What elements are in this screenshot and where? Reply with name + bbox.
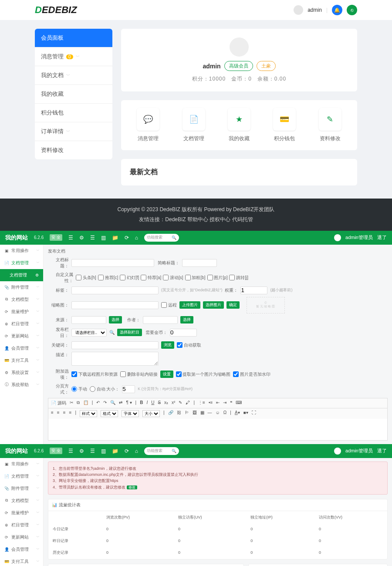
underline-icon[interactable]: U <box>151 400 154 406</box>
keyword-input[interactable] <box>71 341 159 349</box>
folder-icon[interactable]: 📁 <box>112 235 118 241</box>
sidebar-item[interactable]: ▣常用操作﹀ <box>0 458 43 470</box>
special-icon[interactable]: Ω <box>223 410 226 417</box>
list-icon[interactable]: ☰ <box>90 235 95 241</box>
logout-icon[interactable]: ⎋ <box>347 5 357 15</box>
sidebar-item[interactable]: ⟳更新网站﹀ <box>0 330 43 342</box>
admin-username[interactable]: admin管理员 <box>345 234 373 241</box>
ul-icon[interactable]: •≡ <box>209 400 213 406</box>
chart-icon[interactable]: ▥ <box>101 448 106 454</box>
home-icon[interactable]: ⌂ <box>135 235 138 241</box>
logout-link[interactable]: 退了 <box>377 448 387 454</box>
code-icon[interactable]: ⌨ <box>236 400 242 406</box>
ol-icon[interactable]: ⋮≡ <box>198 400 205 406</box>
style-select[interactable]: 样式 <box>80 410 97 417</box>
sidebar-item[interactable]: ⧉文档模型﹀ <box>0 293 43 306</box>
site-name[interactable]: 我的网站 <box>5 447 28 455</box>
desc-textarea[interactable] <box>71 352 159 366</box>
sidebar-item[interactable]: 📎附件管理﹀ <box>0 482 43 495</box>
gear-icon[interactable]: ⚙ <box>79 235 84 241</box>
outdent-icon[interactable]: ⇤ <box>216 400 220 406</box>
list-icon[interactable]: ☰ <box>90 448 95 454</box>
gold-input[interactable] <box>170 329 197 337</box>
bell-icon[interactable]: 🔔 <box>332 5 342 15</box>
italic-icon[interactable]: I <box>146 400 148 406</box>
size-select[interactable]: 大小 <box>142 410 160 417</box>
tile-profile[interactable]: ✎资料修改 <box>311 108 349 142</box>
search-input[interactable]: 功能搜索🔍 <box>144 234 179 242</box>
refresh-icon[interactable]: ⟳ <box>125 448 129 454</box>
author-input[interactable] <box>143 316 178 324</box>
folder-icon[interactable]: 📁 <box>112 448 118 454</box>
tag-input[interactable] <box>71 286 159 294</box>
sidebar-item[interactable]: ⊕栏目管理﹀ <box>0 318 43 330</box>
pick-image-button[interactable]: 选择图片 <box>203 301 224 309</box>
upload-button[interactable]: 上传图片 <box>179 301 200 309</box>
smiley-icon[interactable]: ☺ <box>216 410 220 417</box>
maximize-icon[interactable]: ⛶ <box>252 410 256 417</box>
format-select[interactable]: 格式 <box>101 410 118 417</box>
editor-toolbar[interactable]: 📄 源码 ✂⧉📋 | ↶↷ 🔍⇄ ¶ ▾ | BIUS x₂x² ✎🖍 | ⋮≡… <box>48 398 388 408</box>
link-icon[interactable]: 🔗 <box>168 410 173 417</box>
sidebar-item[interactable]: ⟳更新网站﹀ <box>0 531 43 543</box>
hr-icon[interactable]: — <box>208 410 212 417</box>
sidebar-item[interactable]: 📄文档管理﹀ <box>0 470 43 482</box>
tile-wallet[interactable]: 💳积分钱包 <box>265 108 304 142</box>
column-select[interactable]: 请选择栏目.. <box>71 329 107 337</box>
indent-icon[interactable]: ⇥ <box>223 400 226 406</box>
textcolor-icon[interactable]: A▾ <box>235 410 240 417</box>
sidebar-item-msg[interactable]: 消息管理0﹀ <box>35 47 112 66</box>
sub-column-button[interactable]: 选择副栏目 <box>117 329 142 336</box>
sidebar-item[interactable]: ⟳批量维护﹀ <box>0 507 43 519</box>
chart-icon[interactable]: ▥ <box>101 235 106 241</box>
paste-icon[interactable]: 📋 <box>83 400 88 406</box>
title-input[interactable] <box>71 259 154 267</box>
sidebar-item-panel[interactable]: 会员面板 <box>35 29 112 47</box>
sidebar-item-wallet[interactable]: 积分钱包 <box>35 104 112 122</box>
source-input[interactable] <box>71 316 106 324</box>
sidebar-item[interactable]: ⟳批量维护﹀ <box>0 306 43 318</box>
keyword-browse-button[interactable]: 浏览 <box>161 341 174 349</box>
unlink-icon[interactable]: ⛓ <box>177 410 181 417</box>
anchor-icon[interactable]: 🏳 <box>185 410 189 417</box>
search-input[interactable]: 功能搜索🔍 <box>144 447 179 455</box>
sub-icon[interactable]: x₂ <box>164 400 168 406</box>
font-select[interactable]: 字体 <box>122 410 139 417</box>
quote-icon[interactable]: ❝ <box>230 400 232 406</box>
gear-icon[interactable]: ⚙ <box>35 273 39 277</box>
sidebar-item-profile[interactable]: 资料修改 <box>35 141 112 159</box>
sidebar-item-fav[interactable]: 我的收藏 <box>35 85 112 104</box>
logout-link[interactable]: 退了 <box>377 234 387 241</box>
sidebar-item-order[interactable]: 订单详情﹀ <box>35 122 112 141</box>
sidebar-item[interactable]: 📎附件管理﹀ <box>0 281 43 293</box>
align-just-icon[interactable]: ≡ <box>69 410 72 417</box>
short-title-input[interactable] <box>182 259 217 267</box>
highlight-icon[interactable]: 🖍 <box>186 400 190 406</box>
strike-icon[interactable]: S <box>158 400 161 406</box>
format-icon[interactable]: ¶ ▾ <box>126 400 132 406</box>
editor-body[interactable] <box>48 419 388 441</box>
source-icon[interactable]: 📄 源码 <box>51 400 66 406</box>
replace-icon[interactable]: ⇄ <box>119 400 122 406</box>
bgcolor-icon[interactable]: ■▾ <box>243 410 248 417</box>
sidebar-item[interactable]: 💳支付工具﹀ <box>0 556 43 566</box>
align-center-icon[interactable]: ≡ <box>57 410 60 417</box>
table-icon[interactable]: ▦ <box>200 410 204 417</box>
sidebar-item[interactable]: ⓘ系统帮助﹀ <box>0 379 43 391</box>
align-right-icon[interactable]: ≡ <box>63 410 66 417</box>
clear-icon[interactable]: ✎ <box>179 400 182 406</box>
confirm-button[interactable]: 确定 <box>226 301 240 309</box>
sidebar-item[interactable]: 📄文档管理﹀ <box>0 257 43 269</box>
copy-icon[interactable]: ⧉ <box>77 400 80 406</box>
extra-set-button[interactable]: 设置 <box>160 371 173 378</box>
sidebar-item[interactable]: 💳支付工具﹀ <box>0 354 43 367</box>
sidebar-item-docs[interactable]: 我的文档﹀ <box>35 66 112 85</box>
refresh-icon[interactable]: ⟳ <box>125 235 129 241</box>
search-icon[interactable]: 🔍 <box>109 330 115 335</box>
redo-icon[interactable]: ↷ <box>103 400 107 406</box>
sidebar-sub-item[interactable]: 文档管理⚙ <box>0 269 43 281</box>
sidebar-item[interactable]: ⧉文档模型﹀ <box>0 495 43 507</box>
admin-username[interactable]: admin管理员 <box>345 448 373 454</box>
bold-icon[interactable]: B <box>140 400 143 406</box>
thumb-input[interactable] <box>71 301 159 309</box>
